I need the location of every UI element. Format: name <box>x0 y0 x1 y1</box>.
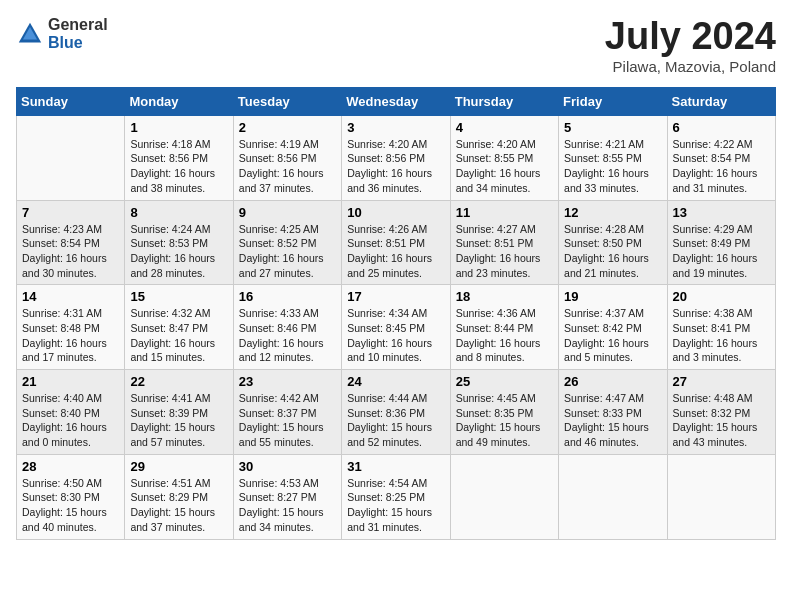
day-number: 16 <box>239 289 336 304</box>
calendar-cell: 8Sunrise: 4:24 AMSunset: 8:53 PMDaylight… <box>125 200 233 285</box>
day-info: Sunrise: 4:47 AMSunset: 8:33 PMDaylight:… <box>564 391 661 450</box>
calendar-cell: 14Sunrise: 4:31 AMSunset: 8:48 PMDayligh… <box>17 285 125 370</box>
calendar-cell <box>450 454 558 539</box>
day-info: Sunrise: 4:38 AMSunset: 8:41 PMDaylight:… <box>673 306 770 365</box>
calendar-cell: 20Sunrise: 4:38 AMSunset: 8:41 PMDayligh… <box>667 285 775 370</box>
calendar-cell: 4Sunrise: 4:20 AMSunset: 8:55 PMDaylight… <box>450 115 558 200</box>
day-number: 1 <box>130 120 227 135</box>
day-number: 24 <box>347 374 444 389</box>
day-number: 18 <box>456 289 553 304</box>
calendar-cell: 9Sunrise: 4:25 AMSunset: 8:52 PMDaylight… <box>233 200 341 285</box>
calendar-cell: 2Sunrise: 4:19 AMSunset: 8:56 PMDaylight… <box>233 115 341 200</box>
calendar-cell: 17Sunrise: 4:34 AMSunset: 8:45 PMDayligh… <box>342 285 450 370</box>
column-header-wednesday: Wednesday <box>342 87 450 115</box>
day-info: Sunrise: 4:23 AMSunset: 8:54 PMDaylight:… <box>22 222 119 281</box>
day-info: Sunrise: 4:22 AMSunset: 8:54 PMDaylight:… <box>673 137 770 196</box>
day-info: Sunrise: 4:29 AMSunset: 8:49 PMDaylight:… <box>673 222 770 281</box>
calendar-cell: 19Sunrise: 4:37 AMSunset: 8:42 PMDayligh… <box>559 285 667 370</box>
calendar-cell: 21Sunrise: 4:40 AMSunset: 8:40 PMDayligh… <box>17 370 125 455</box>
day-info: Sunrise: 4:32 AMSunset: 8:47 PMDaylight:… <box>130 306 227 365</box>
column-header-thursday: Thursday <box>450 87 558 115</box>
calendar-cell: 26Sunrise: 4:47 AMSunset: 8:33 PMDayligh… <box>559 370 667 455</box>
calendar-cell: 28Sunrise: 4:50 AMSunset: 8:30 PMDayligh… <box>17 454 125 539</box>
calendar-cell: 25Sunrise: 4:45 AMSunset: 8:35 PMDayligh… <box>450 370 558 455</box>
day-number: 23 <box>239 374 336 389</box>
column-header-friday: Friday <box>559 87 667 115</box>
day-info: Sunrise: 4:24 AMSunset: 8:53 PMDaylight:… <box>130 222 227 281</box>
day-number: 11 <box>456 205 553 220</box>
calendar-cell <box>559 454 667 539</box>
day-info: Sunrise: 4:45 AMSunset: 8:35 PMDaylight:… <box>456 391 553 450</box>
day-number: 15 <box>130 289 227 304</box>
calendar-cell <box>17 115 125 200</box>
day-number: 2 <box>239 120 336 135</box>
calendar-cell: 7Sunrise: 4:23 AMSunset: 8:54 PMDaylight… <box>17 200 125 285</box>
day-info: Sunrise: 4:18 AMSunset: 8:56 PMDaylight:… <box>130 137 227 196</box>
calendar-cell: 10Sunrise: 4:26 AMSunset: 8:51 PMDayligh… <box>342 200 450 285</box>
calendar-cell: 22Sunrise: 4:41 AMSunset: 8:39 PMDayligh… <box>125 370 233 455</box>
month-title: July 2024 <box>605 16 776 58</box>
calendar-week-3: 14Sunrise: 4:31 AMSunset: 8:48 PMDayligh… <box>17 285 776 370</box>
day-info: Sunrise: 4:36 AMSunset: 8:44 PMDaylight:… <box>456 306 553 365</box>
day-number: 20 <box>673 289 770 304</box>
day-number: 7 <box>22 205 119 220</box>
calendar-cell: 15Sunrise: 4:32 AMSunset: 8:47 PMDayligh… <box>125 285 233 370</box>
day-info: Sunrise: 4:44 AMSunset: 8:36 PMDaylight:… <box>347 391 444 450</box>
day-info: Sunrise: 4:34 AMSunset: 8:45 PMDaylight:… <box>347 306 444 365</box>
day-info: Sunrise: 4:33 AMSunset: 8:46 PMDaylight:… <box>239 306 336 365</box>
calendar-cell: 1Sunrise: 4:18 AMSunset: 8:56 PMDaylight… <box>125 115 233 200</box>
day-number: 31 <box>347 459 444 474</box>
day-info: Sunrise: 4:41 AMSunset: 8:39 PMDaylight:… <box>130 391 227 450</box>
day-number: 10 <box>347 205 444 220</box>
day-number: 3 <box>347 120 444 135</box>
day-number: 17 <box>347 289 444 304</box>
calendar-header-row: SundayMondayTuesdayWednesdayThursdayFrid… <box>17 87 776 115</box>
column-header-saturday: Saturday <box>667 87 775 115</box>
day-number: 14 <box>22 289 119 304</box>
day-info: Sunrise: 4:50 AMSunset: 8:30 PMDaylight:… <box>22 476 119 535</box>
calendar-cell: 30Sunrise: 4:53 AMSunset: 8:27 PMDayligh… <box>233 454 341 539</box>
calendar-cell: 24Sunrise: 4:44 AMSunset: 8:36 PMDayligh… <box>342 370 450 455</box>
day-info: Sunrise: 4:37 AMSunset: 8:42 PMDaylight:… <box>564 306 661 365</box>
calendar-cell: 16Sunrise: 4:33 AMSunset: 8:46 PMDayligh… <box>233 285 341 370</box>
day-info: Sunrise: 4:20 AMSunset: 8:55 PMDaylight:… <box>456 137 553 196</box>
calendar-cell: 29Sunrise: 4:51 AMSunset: 8:29 PMDayligh… <box>125 454 233 539</box>
day-number: 21 <box>22 374 119 389</box>
calendar-cell: 27Sunrise: 4:48 AMSunset: 8:32 PMDayligh… <box>667 370 775 455</box>
day-number: 19 <box>564 289 661 304</box>
calendar-week-5: 28Sunrise: 4:50 AMSunset: 8:30 PMDayligh… <box>17 454 776 539</box>
day-info: Sunrise: 4:31 AMSunset: 8:48 PMDaylight:… <box>22 306 119 365</box>
location: Pilawa, Mazovia, Poland <box>605 58 776 75</box>
day-info: Sunrise: 4:54 AMSunset: 8:25 PMDaylight:… <box>347 476 444 535</box>
calendar-cell: 13Sunrise: 4:29 AMSunset: 8:49 PMDayligh… <box>667 200 775 285</box>
calendar-cell: 12Sunrise: 4:28 AMSunset: 8:50 PMDayligh… <box>559 200 667 285</box>
day-number: 6 <box>673 120 770 135</box>
calendar-cell: 6Sunrise: 4:22 AMSunset: 8:54 PMDaylight… <box>667 115 775 200</box>
column-header-sunday: Sunday <box>17 87 125 115</box>
calendar-cell: 11Sunrise: 4:27 AMSunset: 8:51 PMDayligh… <box>450 200 558 285</box>
column-header-tuesday: Tuesday <box>233 87 341 115</box>
calendar-cell <box>667 454 775 539</box>
calendar-cell: 3Sunrise: 4:20 AMSunset: 8:56 PMDaylight… <box>342 115 450 200</box>
day-info: Sunrise: 4:27 AMSunset: 8:51 PMDaylight:… <box>456 222 553 281</box>
day-number: 26 <box>564 374 661 389</box>
day-number: 8 <box>130 205 227 220</box>
calendar-cell: 23Sunrise: 4:42 AMSunset: 8:37 PMDayligh… <box>233 370 341 455</box>
day-info: Sunrise: 4:53 AMSunset: 8:27 PMDaylight:… <box>239 476 336 535</box>
day-info: Sunrise: 4:40 AMSunset: 8:40 PMDaylight:… <box>22 391 119 450</box>
day-number: 22 <box>130 374 227 389</box>
logo-general: General <box>48 16 108 34</box>
day-number: 28 <box>22 459 119 474</box>
logo: General Blue <box>16 16 108 52</box>
calendar-week-4: 21Sunrise: 4:40 AMSunset: 8:40 PMDayligh… <box>17 370 776 455</box>
page-header: General Blue July 2024 Pilawa, Mazovia, … <box>16 16 776 75</box>
day-number: 13 <box>673 205 770 220</box>
logo-text: General Blue <box>48 16 108 52</box>
day-info: Sunrise: 4:28 AMSunset: 8:50 PMDaylight:… <box>564 222 661 281</box>
day-info: Sunrise: 4:20 AMSunset: 8:56 PMDaylight:… <box>347 137 444 196</box>
day-info: Sunrise: 4:42 AMSunset: 8:37 PMDaylight:… <box>239 391 336 450</box>
calendar-cell: 18Sunrise: 4:36 AMSunset: 8:44 PMDayligh… <box>450 285 558 370</box>
calendar-week-2: 7Sunrise: 4:23 AMSunset: 8:54 PMDaylight… <box>17 200 776 285</box>
day-number: 27 <box>673 374 770 389</box>
calendar-table: SundayMondayTuesdayWednesdayThursdayFrid… <box>16 87 776 540</box>
